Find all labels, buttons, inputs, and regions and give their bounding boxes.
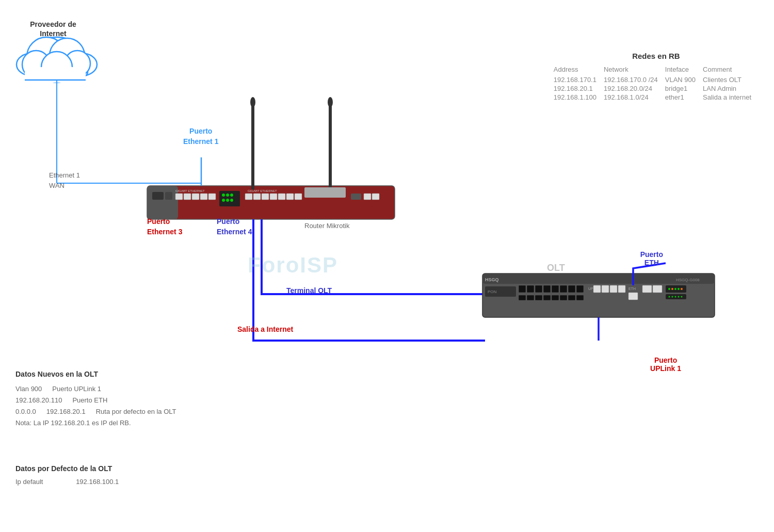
- svg-text:GIGABT ETHERNET: GIGABT ETHERNET: [175, 189, 205, 192]
- cloud-label: Proveedor de Internet: [20, 20, 87, 38]
- svg-rect-62: [628, 293, 638, 300]
- svg-rect-41: [372, 194, 379, 200]
- svg-point-70: [681, 288, 683, 290]
- datos-row-2: 192.168.20.110 Puerto ETH: [15, 395, 176, 406]
- svg-rect-50: [535, 285, 542, 293]
- col-interface: Inteface: [665, 65, 703, 75]
- svg-point-66: [668, 288, 670, 290]
- network-table: Redes en RB Address Network Inteface Com…: [554, 52, 759, 102]
- svg-point-30: [230, 199, 233, 202]
- svg-rect-48: [519, 285, 526, 293]
- puerto-eth-text: Puerto ETH: [72, 395, 107, 406]
- svg-rect-85: [568, 295, 575, 300]
- svg-point-27: [230, 194, 233, 197]
- eth3-to-olt-line: [253, 219, 485, 341]
- wan-label: WAN: [49, 181, 80, 191]
- table-cell-0-3: Clientes OLT: [703, 75, 759, 84]
- table-cell-2-0: 192.168.1.100: [554, 93, 604, 102]
- puerto-eth3-label: Puerto Ethernet 3: [147, 217, 182, 237]
- table-cell-1-3: LAN Admin: [703, 84, 759, 93]
- puerto-eth1-line1: Puerto: [183, 126, 218, 137]
- svg-rect-38: [304, 187, 346, 198]
- svg-text:HSGQ-G008: HSGQ-G008: [676, 278, 700, 282]
- puerto-eth4-line2: Ethernet 4: [217, 227, 252, 237]
- svg-point-77: [678, 296, 680, 298]
- svg-rect-58: [602, 285, 609, 293]
- puerto-eth-label: Puerto ETH: [640, 250, 663, 267]
- svg-rect-64: [653, 285, 662, 293]
- col-address: Address: [554, 65, 604, 75]
- svg-rect-80: [527, 295, 534, 300]
- table-cell-2-3: Salida a internet: [703, 93, 759, 102]
- svg-rect-40: [364, 194, 371, 200]
- svg-rect-53: [560, 285, 567, 293]
- svg-rect-35: [278, 194, 285, 200]
- table-row: 192.168.170.1192.168.170.0 /24VLAN 900Cl…: [554, 75, 759, 84]
- svg-rect-79: [519, 295, 526, 300]
- svg-point-25: [222, 194, 225, 197]
- datos-nota: Nota: La IP 192.168.20.1 es IP del RB.: [15, 417, 176, 429]
- svg-rect-82: [543, 295, 551, 300]
- watermark-text: ForoISP: [248, 253, 338, 277]
- table-row: 192.168.20.1192.168.20.0/24bridge1LAN Ad…: [554, 84, 759, 93]
- network-info-table: Address Network Inteface Comment 192.168…: [554, 65, 759, 102]
- svg-rect-49: [527, 285, 534, 293]
- svg-point-28: [222, 199, 225, 202]
- puerto-eth-line2: ETH: [640, 259, 663, 267]
- svg-rect-39: [351, 194, 361, 200]
- svg-text:PON: PON: [488, 289, 497, 294]
- svg-point-76: [675, 296, 676, 298]
- eth1-wan-label: Ethernet 1 WAN: [49, 170, 80, 190]
- svg-rect-31: [245, 194, 252, 200]
- svg-rect-55: [576, 285, 584, 293]
- svg-point-68: [674, 288, 676, 290]
- default-route: 0.0.0.0: [15, 406, 36, 417]
- diagram-container: GIGABT ETHERNET GIGABT ETHERNET PON: [0, 0, 774, 532]
- cloud-group: [17, 37, 97, 83]
- table-cell-1-1: 192.168.20.0/24: [604, 84, 665, 93]
- datos-nuevos-info: Vlan 900 Puerto UPLink 1 192.168.20.110 …: [15, 383, 176, 429]
- ip-olt: 192.168.20.110: [15, 395, 62, 406]
- gateway: 192.168.20.1: [46, 406, 86, 417]
- router-name: Router Mikrotik: [304, 222, 349, 230]
- puerto-eth3-line2: Ethernet 3: [147, 227, 182, 237]
- router-label: Router Mikrotik: [304, 222, 349, 230]
- table-cell-0-0: 192.168.170.1: [554, 75, 604, 84]
- salida-internet-label: Salida a Internet: [237, 325, 293, 333]
- puerto-uplink-label: Puerto UPLink 1: [650, 356, 681, 373]
- puerto-eth-line1: Puerto: [640, 250, 663, 259]
- puerto-eth1-line2: Ethernet 1: [183, 137, 218, 147]
- table-cell-2-1: 192.168.1.0/24: [604, 93, 665, 102]
- table-cell-1-0: 192.168.20.1: [554, 84, 604, 93]
- svg-rect-83: [552, 295, 559, 300]
- ip-default-label: Ip default: [15, 478, 43, 486]
- cloud-line1: Proveedor de: [30, 20, 76, 28]
- svg-point-75: [672, 296, 673, 298]
- svg-text:ETH: ETH: [628, 287, 636, 291]
- svg-rect-63: [642, 285, 652, 293]
- table-row: 192.168.1.100192.168.1.0/24ether1Salida …: [554, 93, 759, 102]
- watermark: ForoISP: [248, 253, 338, 278]
- svg-rect-32: [253, 194, 261, 200]
- datos-defecto-title: Datos por Defecto de la OLT: [15, 464, 119, 473]
- svg-rect-18: [165, 192, 172, 200]
- svg-rect-22: [200, 194, 207, 200]
- puerto-uplink-line2: UPLink 1: [650, 364, 681, 373]
- svg-point-67: [671, 288, 673, 290]
- datos-row-3: 0.0.0.0 192.168.20.1 Ruta por defecto en…: [15, 406, 176, 417]
- datos-row-1: Vlan 900 Puerto UPLink 1: [15, 383, 176, 395]
- svg-point-74: [669, 296, 670, 298]
- svg-rect-54: [568, 285, 575, 293]
- puerto-eth4-line1: Puerto: [217, 217, 252, 227]
- datos-nuevos-title: Datos Nuevos en la OLT: [15, 370, 176, 378]
- puerto-eth1-label: Puerto Ethernet 1: [183, 126, 218, 147]
- puerto-uplink1: Puerto UPLink 1: [52, 383, 101, 395]
- eth1-label: Ethernet 1: [49, 170, 80, 181]
- router-mikrotik: GIGABT ETHERNET GIGABT ETHERNET: [147, 97, 395, 219]
- svg-rect-59: [610, 285, 617, 293]
- svg-point-78: [681, 296, 683, 298]
- vlan900: Vlan 900: [15, 383, 42, 395]
- svg-rect-51: [543, 285, 551, 293]
- svg-rect-60: [618, 285, 625, 293]
- svg-text:GIGABT ETHERNET: GIGABT ETHERNET: [248, 189, 277, 192]
